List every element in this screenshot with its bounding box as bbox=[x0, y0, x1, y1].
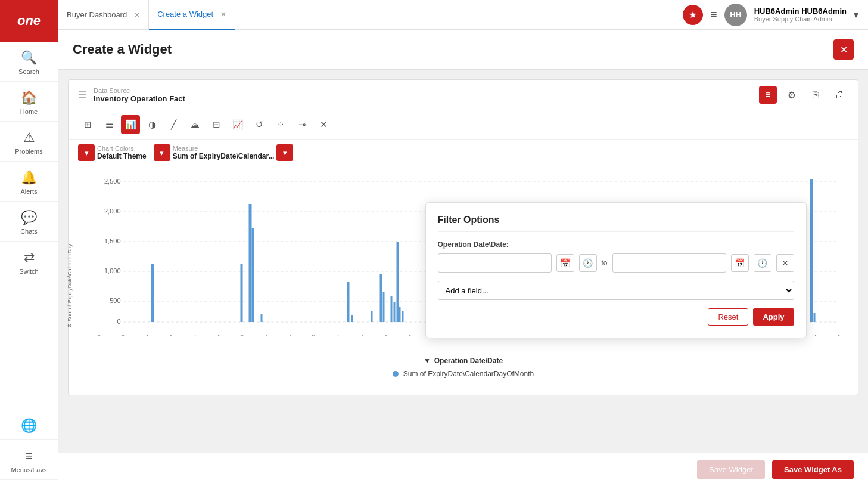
sidebar-item-label: Problems bbox=[15, 148, 42, 155]
toolbar-btn-line[interactable]: ╱ bbox=[164, 115, 183, 134]
sidebar-item-switch[interactable]: ⇄ Switch bbox=[0, 242, 58, 281]
svg-rect-20 bbox=[380, 274, 382, 322]
bell-icon: 🔔 bbox=[21, 170, 37, 185]
toolbar-btn-stacked[interactable]: ⊟ bbox=[207, 115, 226, 134]
filter-overlay: Filter Options Operation Date\Date: 📅 🕐 … bbox=[425, 202, 807, 338]
sidebar-item-alerts[interactable]: 🔔 Alerts bbox=[0, 162, 58, 202]
measure-label: Measure bbox=[173, 145, 275, 152]
tab-label: Buyer Dashboard bbox=[67, 10, 127, 19]
toolbar-btn-area[interactable]: ⛰ bbox=[185, 115, 204, 134]
filter-clock-to[interactable]: 🕐 bbox=[754, 254, 771, 272]
top-nav: Buyer Dashboard ✕ Create a Widget ✕ ★ ≡ … bbox=[58, 0, 868, 30]
svg-rect-23 bbox=[394, 302, 396, 322]
sidebar-item-chats[interactable]: 💬 Chats bbox=[0, 202, 58, 242]
filter-field-label: Operation Date\Date: bbox=[438, 240, 794, 249]
filter-clock-from[interactable]: 🕐 bbox=[579, 254, 597, 272]
data-source-bar: ☰ Data Source Inventory Operation Fact ≡… bbox=[69, 80, 858, 110]
svg-rect-39 bbox=[814, 313, 816, 322]
list-icon: ☰ bbox=[78, 89, 86, 101]
sidebar: one 🔍 Search 🏠 Home ⚠ Problems 🔔 Alerts … bbox=[0, 0, 58, 486]
user-dropdown-arrow[interactable]: ▾ bbox=[854, 9, 858, 20]
chart-colors-info: Chart Colors Default Theme bbox=[97, 145, 147, 160]
tab-buyer-dashboard[interactable]: Buyer Dashboard ✕ bbox=[58, 0, 149, 30]
measure-arrow[interactable]: ▾ bbox=[154, 144, 170, 161]
sidebar-item-label: Menus/Favs bbox=[11, 466, 47, 473]
close-button[interactable]: ✕ bbox=[833, 39, 854, 60]
sidebar-item-label: Chats bbox=[20, 228, 38, 235]
svg-rect-38 bbox=[810, 179, 813, 322]
sidebar-item-home[interactable]: 🏠 Home bbox=[0, 82, 58, 122]
legend-dot bbox=[393, 371, 399, 377]
star-button[interactable]: ★ bbox=[683, 5, 703, 25]
tab-close-widget[interactable]: ✕ bbox=[220, 10, 226, 18]
page-header: Create a Widget ✕ bbox=[58, 30, 868, 70]
legend-label: Sum of ExpiryDate\CalendarDayOfMonth bbox=[403, 370, 534, 378]
toolbar-btn-scatter[interactable]: ⁘ bbox=[271, 115, 290, 134]
chart-toolbar: ⊞ ⚌ 📊 ◑ ╱ ⛰ ⊟ 📈 ↺ ⁘ ⊸ ✕ bbox=[69, 110, 858, 140]
settings-button[interactable]: ⚙ bbox=[783, 86, 801, 104]
chart-colors-arrow[interactable]: ▾ bbox=[78, 144, 95, 161]
svg-text:500: 500 bbox=[110, 297, 120, 304]
measure-info: Measure Sum of ExpiryDate\Calendar... bbox=[173, 145, 275, 160]
sidebar-item-search[interactable]: 🔍 Search bbox=[0, 42, 58, 82]
svg-rect-24 bbox=[397, 242, 399, 322]
avatar: HH bbox=[724, 4, 747, 26]
sidebar-item-menus[interactable]: ≡ Menus/Favs bbox=[0, 440, 58, 480]
filter-calendar-to[interactable]: 📅 bbox=[731, 254, 749, 272]
tab-create-widget[interactable]: Create a Widget ✕ bbox=[149, 0, 235, 30]
switch-icon: ⇄ bbox=[24, 250, 35, 265]
widget-panel: ☰ Data Source Inventory Operation Fact ≡… bbox=[68, 79, 858, 395]
svg-rect-21 bbox=[383, 292, 385, 322]
filter-apply-button[interactable]: Apply bbox=[753, 308, 794, 326]
toolbar-btn-close[interactable]: ✕ bbox=[314, 115, 333, 134]
filter-calendar-from[interactable]: 📅 bbox=[556, 254, 574, 272]
filter-clear[interactable]: ✕ bbox=[776, 254, 794, 272]
print-button[interactable]: 🖨 bbox=[830, 86, 848, 104]
warning-icon: ⚠ bbox=[23, 130, 35, 146]
sidebar-bottom: 🌐 ≡ Menus/Favs bbox=[0, 410, 58, 486]
save-widget-button[interactable]: Save Widget bbox=[697, 460, 765, 479]
search-icon: 🔍 bbox=[21, 50, 37, 66]
page-title: Create a Widget bbox=[73, 42, 833, 57]
save-widget-as-button[interactable]: Save Widget As bbox=[772, 460, 854, 479]
toolbar-btn-trend[interactable]: ⊸ bbox=[293, 115, 312, 134]
chart-container: ⚙ Sum of ExpiryDate\CalendarDay... 2,500… bbox=[69, 166, 858, 395]
tab-label: Create a Widget bbox=[157, 10, 213, 18]
menu-icon: ≡ bbox=[25, 448, 33, 464]
measure-dropdown: ▾ Measure Sum of ExpiryDate\Calendar... … bbox=[154, 144, 294, 161]
measure-arrow2[interactable]: ▾ bbox=[276, 144, 293, 161]
svg-rect-26 bbox=[402, 311, 404, 322]
tab-close-buyer[interactable]: ✕ bbox=[134, 11, 140, 19]
toolbar-btn-pie[interactable]: ◑ bbox=[142, 115, 161, 134]
toolbar-btn-refresh[interactable]: ↺ bbox=[250, 115, 269, 134]
filter-add-field-select[interactable]: Add a field... bbox=[438, 281, 794, 300]
filter-to-input[interactable] bbox=[612, 253, 726, 273]
filter-date-row: 📅 🕐 to 📅 🕐 ✕ bbox=[438, 253, 794, 273]
toolbar-btn-bar[interactable]: 📊 bbox=[121, 115, 140, 134]
filter-to-label: to bbox=[602, 259, 608, 267]
datasource-info: Data Source Inventory Operation Fact bbox=[94, 87, 185, 103]
sidebar-item-label: Search bbox=[18, 68, 39, 75]
filter-active-button[interactable]: ≡ bbox=[759, 86, 777, 104]
sidebar-item-globe[interactable]: 🌐 bbox=[0, 410, 58, 440]
datasource-label: Data Source bbox=[94, 87, 185, 94]
chart-colors-label: Chart Colors bbox=[97, 145, 147, 152]
filter-from-input[interactable] bbox=[438, 253, 552, 273]
chart-colors-dropdown: ▾ Chart Colors Default Theme bbox=[78, 144, 147, 161]
svg-rect-18 bbox=[351, 315, 353, 322]
toolbar-btn-filter[interactable]: ⚌ bbox=[99, 115, 119, 134]
hamburger-button[interactable]: ≡ bbox=[710, 8, 717, 21]
svg-rect-22 bbox=[391, 296, 393, 322]
chat-icon: 💬 bbox=[21, 210, 37, 225]
toolbar-btn-table[interactable]: ⊞ bbox=[78, 115, 97, 134]
copy-button[interactable]: ⎘ bbox=[807, 86, 825, 104]
x-axis-title: ▼ Operation Date\Date bbox=[78, 357, 848, 365]
filter-title: Filter Options bbox=[438, 215, 794, 232]
sidebar-item-problems[interactable]: ⚠ Problems bbox=[0, 122, 58, 162]
home-icon: 🏠 bbox=[21, 90, 37, 106]
svg-rect-14 bbox=[249, 204, 252, 322]
filter-reset-button[interactable]: Reset bbox=[708, 308, 748, 326]
toolbar-btn-combo[interactable]: 📈 bbox=[228, 115, 247, 134]
app-logo[interactable]: one bbox=[0, 0, 58, 42]
datasource-value: Inventory Operation Fact bbox=[94, 94, 185, 103]
